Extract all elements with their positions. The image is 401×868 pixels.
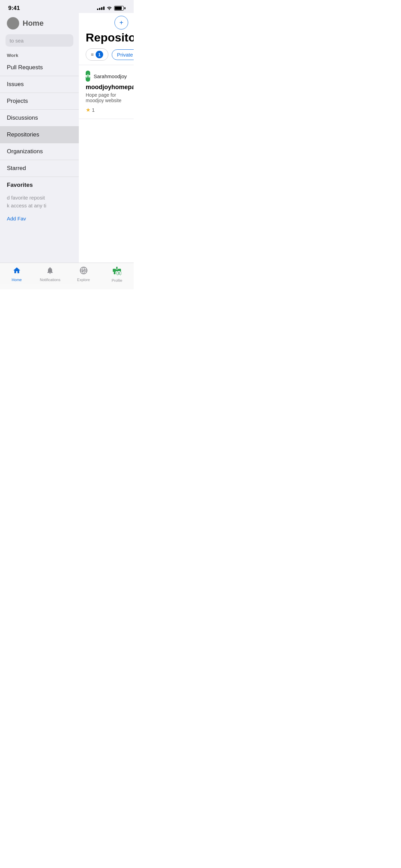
- sidebar-header: Home: [0, 13, 79, 32]
- sidebar-item-discussions[interactable]: Discussions: [0, 110, 79, 126]
- signal-bars-icon: [97, 7, 105, 10]
- repo-owner-name: Sarahmoodjoy: [94, 73, 127, 79]
- svg-rect-9: [113, 269, 116, 272]
- content-header: +: [79, 13, 134, 29]
- svg-rect-1: [88, 74, 88, 75]
- sidebar-item-issues[interactable]: Issues: [0, 76, 79, 93]
- filter-badge[interactable]: ≡ 1: [86, 48, 108, 61]
- sidebar-favorites-title: Favorites: [0, 177, 79, 191]
- explore-icon: [80, 266, 88, 277]
- nav-item-notifications[interactable]: Notifications: [38, 266, 62, 282]
- profile-icon: [112, 266, 121, 277]
- repository-card[interactable]: Sarahmoodjoy moodjoyhomepage Hope page f…: [79, 65, 134, 119]
- repo-owner-avatar: [86, 71, 90, 82]
- plus-icon: +: [119, 19, 123, 27]
- filter-row: ≡ 1 Private ▾: [79, 48, 134, 65]
- sidebar-work-section-title: Work: [0, 50, 79, 59]
- nav-item-explore[interactable]: Explore: [72, 266, 96, 282]
- nav-item-home[interactable]: Home: [5, 266, 29, 282]
- avatar: [7, 17, 19, 29]
- filter-count: 1: [96, 51, 103, 58]
- add-favorites-button[interactable]: Add Fav: [0, 216, 79, 226]
- bell-icon: [46, 266, 54, 277]
- status-time: 9:41: [8, 5, 20, 12]
- battery-icon: [114, 6, 125, 11]
- sidebar-item-starred[interactable]: Starred: [0, 160, 79, 177]
- nav-label-home: Home: [12, 278, 22, 282]
- star-icon: ★: [86, 107, 90, 113]
- content-panel: + Repositories ≡ 1 Private ▾: [79, 13, 134, 284]
- sidebar-item-organizations[interactable]: Organizations: [0, 143, 79, 160]
- svg-rect-4: [86, 77, 87, 78]
- home-icon: [13, 266, 21, 277]
- nav-label-explore: Explore: [77, 278, 90, 282]
- repo-description: Hope page for moodjoy website: [86, 92, 127, 103]
- sidebar: Home to sea Work Pull Requests Issues Pr…: [0, 13, 79, 284]
- wifi-icon: [107, 6, 112, 11]
- sidebar-item-pull-requests[interactable]: Pull Requests: [0, 59, 79, 76]
- status-bar: 9:41: [0, 0, 134, 13]
- sidebar-item-projects[interactable]: Projects: [0, 93, 79, 110]
- main-layout: Home to sea Work Pull Requests Issues Pr…: [0, 13, 134, 284]
- filter-icon: ≡: [91, 52, 94, 57]
- nav-label-notifications: Notifications: [40, 278, 60, 282]
- nav-label-profile: Profile: [112, 278, 122, 282]
- sidebar-search-placeholder: to sea: [10, 38, 24, 44]
- add-repository-button[interactable]: +: [114, 16, 128, 29]
- repo-owner-row: Sarahmoodjoy: [86, 71, 127, 82]
- repo-stats: ★ 1: [86, 107, 127, 113]
- sidebar-favorites-body: d favorite reposit k access at any ti: [0, 191, 79, 213]
- private-filter-button[interactable]: Private ▾: [112, 49, 134, 60]
- repo-star-count: 1: [92, 107, 95, 113]
- sidebar-item-repositories[interactable]: Repositories: [0, 126, 79, 143]
- sidebar-home-label: Home: [23, 19, 44, 28]
- svg-rect-10: [116, 267, 118, 269]
- sidebar-search-box[interactable]: to sea: [5, 34, 73, 47]
- private-label: Private: [117, 52, 133, 58]
- repo-name: moodjoyhomepage: [86, 84, 127, 91]
- svg-rect-3: [87, 75, 88, 76]
- status-icons: [97, 6, 125, 11]
- page-title: Repositories: [79, 29, 134, 48]
- nav-item-profile[interactable]: Profile: [105, 266, 129, 282]
- svg-rect-5: [89, 77, 89, 78]
- svg-rect-13: [114, 272, 116, 274]
- bottom-nav: Home Notifications Explore: [0, 263, 134, 289]
- svg-rect-2: [89, 75, 90, 76]
- svg-rect-0: [86, 75, 87, 76]
